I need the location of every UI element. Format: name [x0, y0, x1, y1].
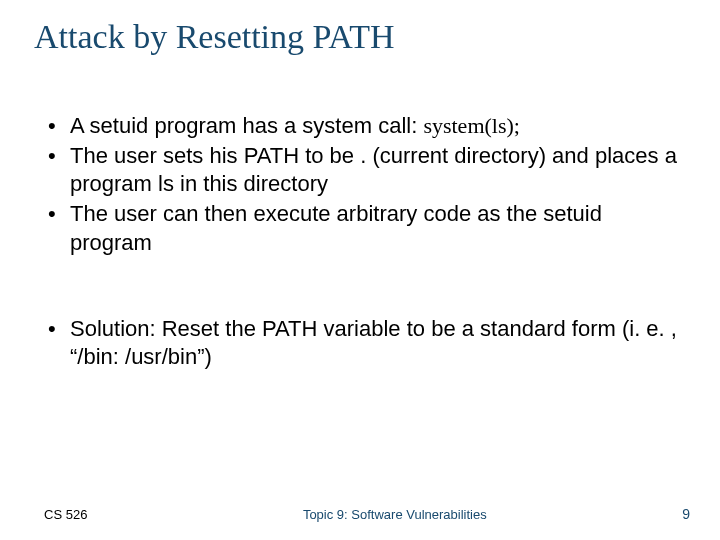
slide-content: A setuid program has a system call: syst…	[30, 112, 690, 520]
slide: Attack by Resetting PATH A setuid progra…	[0, 0, 720, 540]
spacer	[44, 259, 684, 315]
bullet-code: system(ls);	[423, 113, 520, 138]
bullet-list-1: A setuid program has a system call: syst…	[44, 112, 684, 257]
bullet-text: The user sets his PATH to be . (current …	[70, 143, 677, 196]
footer-topic: Topic 9: Software Vulnerabilities	[87, 507, 682, 522]
footer-course-code: CS 526	[44, 507, 87, 522]
bullet-text: The user can then execute arbitrary code…	[70, 201, 602, 254]
bullet-list-2: Solution: Reset the PATH variable to be …	[44, 315, 684, 371]
bullet-text: Solution: Reset the PATH variable to be …	[70, 316, 677, 369]
bullet-text: A setuid program has a system call:	[70, 113, 423, 138]
list-item: A setuid program has a system call: syst…	[44, 112, 684, 140]
slide-title: Attack by Resetting PATH	[34, 18, 690, 56]
list-item: Solution: Reset the PATH variable to be …	[44, 315, 684, 371]
footer-page-number: 9	[682, 506, 690, 522]
list-item: The user sets his PATH to be . (current …	[44, 142, 684, 198]
list-item: The user can then execute arbitrary code…	[44, 200, 684, 256]
slide-footer: CS 526 Topic 9: Software Vulnerabilities…	[0, 506, 720, 522]
